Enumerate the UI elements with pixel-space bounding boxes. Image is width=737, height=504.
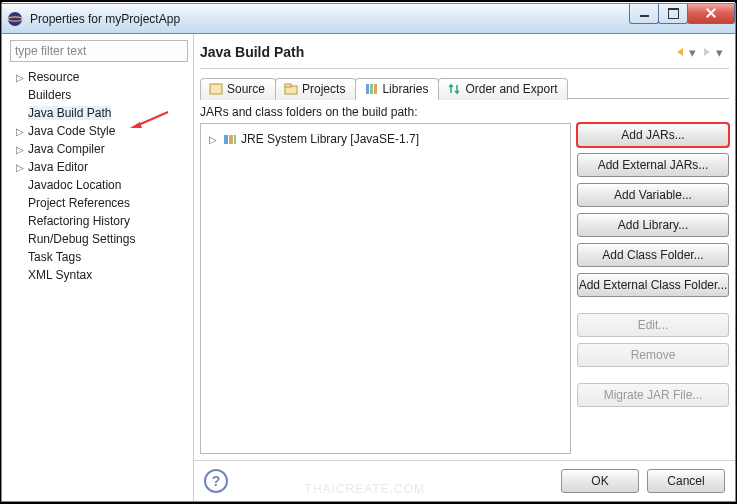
add-external-class-folder-button[interactable]: Add External Class Folder... — [577, 273, 729, 297]
add-library-button[interactable]: Add Library... — [577, 213, 729, 237]
library-icon — [223, 132, 237, 146]
dialog-window: Properties for myProjectApp type filter … — [1, 3, 736, 502]
library-buttons: Add JARs... Add External JARs... Add Var… — [577, 123, 729, 454]
svg-rect-9 — [374, 84, 377, 94]
dialog-footer: ? OK Cancel — [194, 460, 735, 501]
tree-item-refactoring-history[interactable]: Refactoring History — [10, 212, 189, 230]
eclipse-icon — [6, 10, 24, 28]
svg-rect-7 — [366, 84, 369, 94]
tab-order-export[interactable]: Order and Export — [438, 78, 568, 100]
tree-item-run-debug-settings[interactable]: Run/Debug Settings — [10, 230, 189, 248]
cancel-button[interactable]: Cancel — [647, 469, 725, 493]
libraries-icon — [364, 82, 378, 96]
tree-item-java-editor[interactable]: ▷Java Editor — [10, 158, 189, 176]
tab-projects[interactable]: Projects — [275, 78, 356, 100]
category-tree: ▷Resource Builders Java Build Path ▷Java… — [10, 68, 189, 284]
svg-rect-10 — [224, 135, 228, 144]
add-variable-button[interactable]: Add Variable... — [577, 183, 729, 207]
tree-item-task-tags[interactable]: Task Tags — [10, 248, 189, 266]
add-class-folder-button[interactable]: Add Class Folder... — [577, 243, 729, 267]
library-item-label: JRE System Library [JavaSE-1.7] — [241, 132, 419, 146]
minimize-button[interactable] — [629, 4, 659, 24]
page-panel: Java Build Path ▾ ▾ Source Projects Libr… — [194, 34, 735, 501]
maximize-button[interactable] — [658, 4, 688, 24]
tree-item-project-references[interactable]: Project References — [10, 194, 189, 212]
sub-caption: JARs and class folders on the build path… — [200, 105, 729, 119]
edit-button: Edit... — [577, 313, 729, 337]
close-button[interactable] — [687, 4, 735, 24]
tab-libraries[interactable]: Libraries — [355, 78, 439, 100]
back-button[interactable]: ▾ — [673, 45, 696, 60]
filter-input[interactable]: type filter text — [10, 40, 188, 62]
tree-item-xml-syntax[interactable]: XML Syntax — [10, 266, 189, 284]
tree-item-java-code-style[interactable]: ▷Java Code Style — [10, 122, 189, 140]
filter-placeholder: type filter text — [15, 44, 86, 58]
remove-button: Remove — [577, 343, 729, 367]
tab-bar: Source Projects Libraries Order and Expo… — [200, 75, 729, 99]
add-jars-button[interactable]: Add JARs... — [577, 123, 729, 147]
svg-rect-11 — [229, 135, 233, 144]
expand-icon[interactable]: ▷ — [14, 144, 26, 155]
help-button[interactable]: ? — [204, 469, 228, 493]
forward-button[interactable]: ▾ — [700, 45, 723, 60]
svg-rect-12 — [234, 135, 236, 144]
ok-button[interactable]: OK — [561, 469, 639, 493]
category-tree-pane: type filter text ▷Resource Builders Java… — [2, 34, 194, 501]
svg-rect-4 — [210, 84, 222, 94]
library-item-jre[interactable]: ▷ JRE System Library [JavaSE-1.7] — [207, 130, 564, 148]
page-heading: Java Build Path — [200, 44, 671, 60]
expand-icon[interactable]: ▷ — [207, 134, 219, 145]
svg-rect-6 — [285, 84, 291, 87]
tab-source[interactable]: Source — [200, 78, 276, 100]
svg-point-0 — [8, 12, 22, 26]
source-icon — [209, 82, 223, 96]
tree-item-builders[interactable]: Builders — [10, 86, 189, 104]
expand-icon[interactable]: ▷ — [14, 162, 26, 173]
order-icon — [447, 82, 461, 96]
window-title: Properties for myProjectApp — [30, 12, 630, 26]
libraries-list[interactable]: ▷ JRE System Library [JavaSE-1.7] — [200, 123, 571, 454]
tree-item-java-build-path[interactable]: Java Build Path — [10, 104, 189, 122]
tree-item-resource[interactable]: ▷Resource — [10, 68, 189, 86]
title-bar: Properties for myProjectApp — [2, 4, 735, 34]
expand-icon[interactable]: ▷ — [14, 126, 26, 137]
tree-item-java-compiler[interactable]: ▷Java Compiler — [10, 140, 189, 158]
expand-icon[interactable]: ▷ — [14, 72, 26, 83]
svg-rect-8 — [370, 84, 373, 94]
tree-item-javadoc-location[interactable]: Javadoc Location — [10, 176, 189, 194]
add-external-jars-button[interactable]: Add External JARs... — [577, 153, 729, 177]
projects-icon — [284, 82, 298, 96]
migrate-jar-button: Migrate JAR File... — [577, 383, 729, 407]
